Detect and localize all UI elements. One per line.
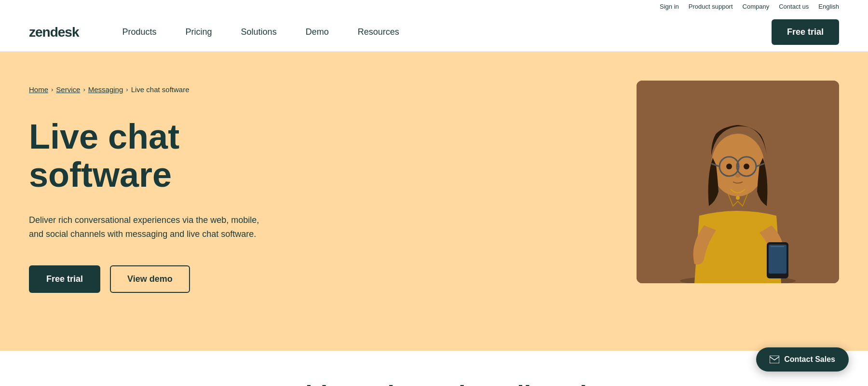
hero-buttons: Free trial View demo [29,265,415,293]
main-nav: zendesk Products Pricing Solutions Demo … [0,13,868,52]
svg-point-10 [744,164,749,169]
logo[interactable]: zendesk [29,25,79,40]
hero-view-demo-button[interactable]: View demo [110,265,190,293]
contact-sales-button[interactable]: Contact Sales [756,347,849,372]
hero-image-person [637,81,839,283]
breadcrumb-home[interactable]: Home [29,85,48,94]
breadcrumb: Home › Service › Messaging › Live chat s… [29,85,415,94]
nav-item-solutions[interactable]: Solutions [227,13,291,52]
sign-in-link[interactable]: Sign in [660,3,679,10]
svg-rect-13 [769,245,787,274]
bottom-section: A guide to the 15 best live chat [0,351,868,386]
svg-rect-16 [770,356,779,363]
contact-us-link[interactable]: Contact us [779,3,809,10]
nav-links: Products Pricing Solutions Demo Resource… [108,13,772,52]
hero-title: Live chat software [29,118,415,194]
contact-sales-label: Contact Sales [784,355,835,364]
breadcrumb-current: Live chat software [131,85,190,94]
svg-point-9 [726,164,732,169]
nav-item-demo[interactable]: Demo [291,13,343,52]
nav-item-products[interactable]: Products [108,13,171,52]
product-support-link[interactable]: Product support [689,3,733,10]
hero-description: Deliver rich conversational experiences … [29,213,270,241]
svg-point-15 [736,196,740,200]
breadcrumb-separator-3: › [126,86,128,93]
hero-free-trial-button[interactable]: Free trial [29,265,100,293]
hero-section: Home › Service › Messaging › Live chat s… [0,52,868,351]
breadcrumb-service[interactable]: Service [56,85,80,94]
language-selector[interactable]: English [818,3,839,10]
company-link[interactable]: Company [743,3,770,10]
bottom-section-title: A guide to the 15 best live chat [251,380,618,386]
nav-item-pricing[interactable]: Pricing [171,13,227,52]
svg-point-11 [735,174,740,178]
utility-bar: Sign in Product support Company Contact … [0,0,868,13]
breadcrumb-separator-1: › [51,86,53,93]
breadcrumb-messaging[interactable]: Messaging [88,85,123,94]
hero-image-container [637,81,839,283]
hero-title-line1: Live chat [29,117,179,156]
mail-icon [770,356,779,363]
nav-free-trial-button[interactable]: Free trial [772,19,839,45]
hero-title-line2: software [29,155,172,194]
hero-illustration [637,81,839,283]
breadcrumb-separator-2: › [83,86,85,93]
hero-content: Home › Service › Messaging › Live chat s… [29,66,415,293]
nav-item-resources[interactable]: Resources [343,13,414,52]
